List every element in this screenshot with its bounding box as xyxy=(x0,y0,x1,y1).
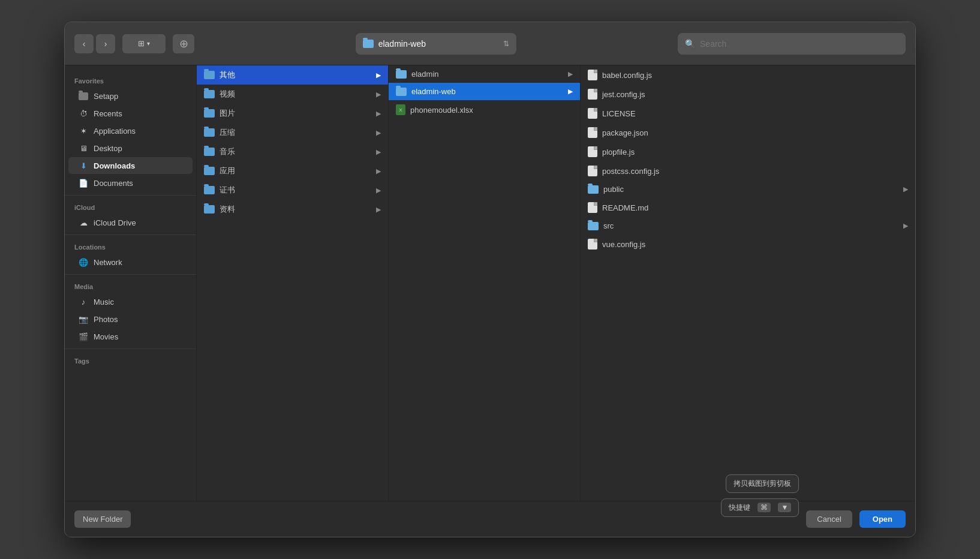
divider-3 xyxy=(65,274,196,275)
sidebar-item-movies[interactable]: 🎬 Movies xyxy=(68,328,193,345)
list-item[interactable]: 证书 ▶ xyxy=(197,181,388,200)
folder-icon xyxy=(204,186,215,194)
column-1: 其他 ▶ 视频 ▶ 图片 ▶ 压缩 ▶ xyxy=(197,65,389,501)
list-item[interactable]: postcss.config.js xyxy=(581,161,915,181)
chevron-right-icon: ▶ xyxy=(376,71,381,79)
sidebar-item-network[interactable]: 🌐 Network xyxy=(68,254,193,271)
list-item[interactable]: X phonemoudel.xlsx xyxy=(389,100,580,119)
applications-label: Applications xyxy=(94,127,136,136)
documents-label: Documents xyxy=(94,179,133,188)
tooltip-text: 拷贝截图到剪切板 xyxy=(734,479,791,489)
setapp-label: Setapp xyxy=(94,92,118,101)
column-2: eladmin ▶ eladmin-web ▶ X phonemoudel.xl… xyxy=(389,65,581,501)
search-input[interactable] xyxy=(700,39,898,49)
movies-icon: 🎬 xyxy=(78,331,89,342)
chevron-right-icon: ▶ xyxy=(376,167,381,175)
sidebar-item-documents[interactable]: 📄 Documents xyxy=(68,175,193,191)
sidebar-item-recents[interactable]: ⏱ Recents xyxy=(68,105,193,122)
new-folder-toolbar-button[interactable]: ⊕ xyxy=(173,34,194,53)
nav-buttons: ‹ › xyxy=(74,34,115,53)
new-folder-button[interactable]: New Folder xyxy=(74,510,131,528)
item-name: package.json xyxy=(602,128,648,137)
sidebar-item-music[interactable]: ♪ Music xyxy=(68,293,193,310)
item-name: 资料 xyxy=(220,204,235,215)
path-selector[interactable]: eladmin-web ⇅ xyxy=(356,33,517,55)
sidebar-item-applications[interactable]: ✶ Applications xyxy=(68,122,193,139)
file-open-dialog: ‹ › ⊞ ▾ ⊕ eladmin-web ⇅ 🔍 xyxy=(64,22,916,537)
path-selector-left: eladmin-web xyxy=(363,39,426,49)
main-content: Favorites Setapp ⏱ Recents ✶ Application… xyxy=(65,65,915,501)
list-item[interactable]: 图片 ▶ xyxy=(197,104,388,123)
new-folder-toolbar-icon: ⊕ xyxy=(179,37,188,50)
music-label: Music xyxy=(94,297,114,306)
forward-button[interactable]: › xyxy=(96,34,115,53)
tags-section-title: Tags xyxy=(65,353,196,367)
list-item[interactable]: public ▶ xyxy=(581,181,915,198)
folder-icon xyxy=(588,185,599,194)
item-name: jest.config.js xyxy=(602,90,645,99)
forward-icon: › xyxy=(104,39,107,49)
item-name: public xyxy=(603,185,624,194)
search-box[interactable]: 🔍 xyxy=(678,33,906,55)
list-item[interactable]: 应用 ▶ xyxy=(197,161,388,181)
toolbar: ‹ › ⊞ ▾ ⊕ eladmin-web ⇅ 🔍 xyxy=(65,22,915,65)
item-name: vue.config.js xyxy=(602,240,645,249)
downloads-label: Downloads xyxy=(94,161,135,170)
sidebar-item-setapp[interactable]: Setapp xyxy=(68,88,193,104)
item-name: 应用 xyxy=(220,166,235,176)
item-name: 证书 xyxy=(220,185,235,196)
file-icon xyxy=(588,108,597,119)
open-button[interactable]: Open xyxy=(859,510,906,528)
chevron-right-icon: ▶ xyxy=(376,110,381,118)
sidebar-item-photos[interactable]: 📷 Photos xyxy=(68,311,193,327)
list-item[interactable]: eladmin-web ▶ xyxy=(389,83,580,100)
list-item[interactable]: 资料 ▶ xyxy=(197,200,388,219)
icloud-drive-label: iCloud Drive xyxy=(94,218,136,227)
list-item[interactable]: babel.config.js xyxy=(581,65,915,85)
file-icon xyxy=(588,89,597,100)
shortcut-key-2: ▼ xyxy=(778,503,791,512)
cancel-button[interactable]: Cancel xyxy=(806,510,852,528)
list-item[interactable]: vue.config.js xyxy=(581,235,915,254)
item-name: 音乐 xyxy=(220,146,235,157)
sidebar-item-downloads[interactable]: ⬇ Downloads xyxy=(68,157,193,174)
chevron-right-icon: ▶ xyxy=(903,185,908,193)
chevron-right-icon: ▶ xyxy=(376,148,381,156)
item-name: 图片 xyxy=(220,108,235,119)
documents-icon: 📄 xyxy=(78,178,89,188)
view-toggle-button[interactable]: ⊞ ▾ xyxy=(122,34,166,53)
list-item[interactable]: LICENSE xyxy=(581,104,915,123)
list-item[interactable]: eladmin ▶ xyxy=(389,65,580,83)
sidebar-item-icloud-drive[interactable]: ☁ iCloud Drive xyxy=(68,214,193,231)
setapp-icon xyxy=(78,91,89,101)
applications-icon: ✶ xyxy=(78,125,89,136)
tooltip-popup: 拷贝截图到剪切板 xyxy=(726,474,799,493)
chevron-right-icon: ▶ xyxy=(568,88,573,95)
list-item[interactable]: 音乐 ▶ xyxy=(197,142,388,161)
icloud-drive-icon: ☁ xyxy=(78,217,89,228)
view-chevron-icon: ▾ xyxy=(147,40,150,47)
recents-icon: ⏱ xyxy=(78,108,89,119)
sidebar: Favorites Setapp ⏱ Recents ✶ Application… xyxy=(65,65,197,501)
sidebar-item-desktop[interactable]: 🖥 Desktop xyxy=(68,140,193,157)
folder-icon xyxy=(204,167,215,175)
back-button[interactable]: ‹ xyxy=(74,34,94,53)
photos-icon: 📷 xyxy=(78,314,89,324)
excel-icon: X xyxy=(396,104,405,115)
list-item[interactable]: plopfile.js xyxy=(581,142,915,161)
photos-label: Photos xyxy=(94,315,118,324)
media-section-title: Media xyxy=(65,278,196,293)
desktop-label: Desktop xyxy=(94,144,122,153)
list-item[interactable]: 压缩 ▶ xyxy=(197,123,388,142)
list-item[interactable]: README.md xyxy=(581,198,915,217)
view-columns-icon: ⊞ xyxy=(138,39,145,48)
current-path-label: eladmin-web xyxy=(378,39,426,49)
list-item[interactable]: src ▶ xyxy=(581,217,915,235)
list-item[interactable]: jest.config.js xyxy=(581,85,915,104)
search-icon: 🔍 xyxy=(685,39,695,49)
folder-icon xyxy=(204,205,215,214)
list-item[interactable]: 视频 ▶ xyxy=(197,85,388,104)
list-item[interactable]: package.json xyxy=(581,123,915,142)
item-name: README.md xyxy=(602,203,648,212)
list-item[interactable]: 其他 ▶ xyxy=(197,65,388,85)
